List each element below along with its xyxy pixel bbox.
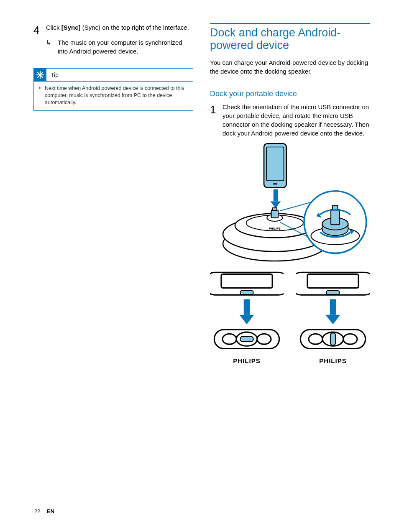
docking-illustration: PHILIPS <box>210 141 370 266</box>
tip-header: Tip <box>34 69 193 82</box>
step-result: ↳ The music on your computer is synchron… <box>33 38 193 56</box>
tip-text: Next time when Android powered device is… <box>39 85 188 106</box>
svg-text:PHILIPS: PHILIPS <box>269 227 281 230</box>
svg-rect-45 <box>330 333 335 345</box>
orientation-right-icon <box>296 269 370 356</box>
svg-marker-9 <box>271 202 281 209</box>
svg-rect-8 <box>274 189 278 202</box>
svg-marker-40 <box>325 315 340 325</box>
tip-body: • Next time when Android powered device … <box>34 82 193 110</box>
right-column: Dock and charge Android-powered device Y… <box>210 23 370 364</box>
svg-marker-31 <box>239 315 254 325</box>
dock-figure-icon: PHILIPS <box>210 141 370 266</box>
section-heading: Dock and charge Android-powered device <box>210 27 370 51</box>
svg-rect-28 <box>221 274 272 288</box>
result-arrow-icon: ↳ <box>46 38 58 56</box>
svg-point-42 <box>309 334 322 344</box>
svg-point-4 <box>39 74 41 76</box>
orientation-right: PHILIPS <box>296 269 370 364</box>
svg-rect-38 <box>326 291 339 294</box>
svg-point-33 <box>223 334 236 344</box>
svg-rect-39 <box>330 299 336 315</box>
svg-rect-29 <box>240 291 253 294</box>
orientation-left-icon <box>210 269 284 356</box>
brand-label-left: PHILIPS <box>210 357 284 364</box>
result-text: The music on your computer is synchroniz… <box>58 38 193 56</box>
svg-rect-7 <box>273 184 277 185</box>
orientation-left: PHILIPS <box>210 269 284 364</box>
bullet-icon: • <box>39 85 41 92</box>
section-intro: You can charge your Android-powered devi… <box>210 58 370 76</box>
tip-label: Tip <box>46 72 59 78</box>
svg-rect-15 <box>271 210 279 218</box>
svg-rect-22 <box>331 209 340 225</box>
svg-rect-37 <box>307 274 358 288</box>
step-4: 4 Click [Sync] (Sync) on the top right o… <box>33 23 193 36</box>
step-number: 1 <box>210 104 223 138</box>
subheading-rule <box>210 86 341 86</box>
step-1: 1 Check the orientation of the micro USB… <box>210 102 370 138</box>
page-language: EN <box>47 508 54 514</box>
step-text: Check the orientation of the micro USB c… <box>223 102 370 138</box>
section-subheading: Dock your portable device <box>210 90 370 98</box>
tip-asterisk-icon <box>34 69 46 81</box>
step-number: 4 <box>33 25 46 36</box>
svg-rect-36 <box>240 336 253 341</box>
orientation-figures: PHILIPS <box>210 269 370 364</box>
left-column: 4 Click [Sync] (Sync) on the top right o… <box>33 23 193 364</box>
page-number: 22 <box>34 508 40 514</box>
svg-rect-30 <box>244 299 250 315</box>
heading-rule <box>210 23 370 24</box>
svg-rect-6 <box>266 147 284 181</box>
page-footer: 22 EN <box>34 508 54 514</box>
tip-box: Tip • Next time when Android powered dev… <box>33 68 193 111</box>
brand-label-right: PHILIPS <box>296 357 370 364</box>
svg-point-34 <box>257 334 271 344</box>
svg-rect-16 <box>273 208 277 210</box>
step-text: Click [Sync] (Sync) on the top right of … <box>46 23 193 36</box>
svg-point-43 <box>343 334 357 344</box>
